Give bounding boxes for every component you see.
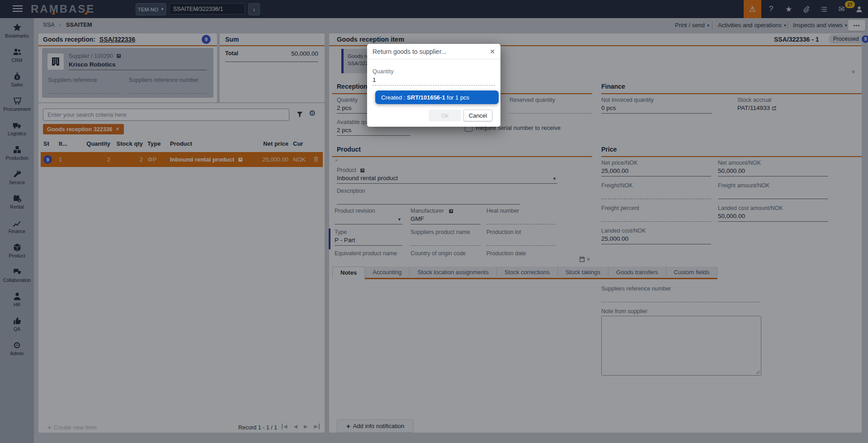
modal-header: Return goods to supplier... ✕ <box>367 44 500 59</box>
cancel-button[interactable]: Cancel <box>463 110 492 121</box>
rambase-app: RAMBASE TEM-NO ▼ ‹ ⚠ ? ★ ✉ 27 Bookmar <box>0 0 868 443</box>
return-goods-modal: Return goods to supplier... ✕ Quantity 1… <box>367 44 500 127</box>
modal-quantity-input[interactable]: 1 <box>373 76 495 86</box>
modal-close-icon[interactable]: ✕ <box>490 48 495 55</box>
ok-button[interactable]: Ok <box>429 110 461 121</box>
modal-title: Return goods to supplier... <box>373 48 446 55</box>
toast-document-id: SRT/101656-1 <box>407 94 445 101</box>
modal-quantity-label: Quantity <box>373 68 394 75</box>
created-toast: Created : SRT/101656-1 for 1 pcs <box>375 91 499 104</box>
